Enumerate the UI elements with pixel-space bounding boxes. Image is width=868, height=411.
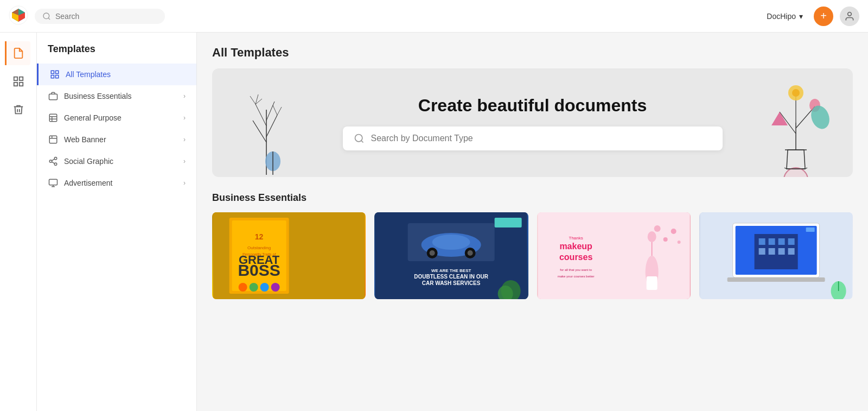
svg-point-1 [43,13,49,19]
hero-banner: Create beautiful documents [212,68,853,177]
template-card[interactable] [699,212,853,299]
web-banner-icon [48,134,59,145]
all-templates-label: All Templates [66,70,111,79]
svg-point-77 [468,250,473,256]
svg-point-21 [49,160,52,163]
social-graphic-icon [48,156,59,167]
create-button[interactable]: + [814,7,833,26]
svg-text:make your courses better: make your courses better [557,275,594,278]
svg-point-85 [654,225,660,232]
chevron-right-icon: › [183,157,186,165]
topbar-right: DocHipo ▾ + [762,7,859,26]
dochipo-label: DocHipo [767,12,796,21]
svg-rect-103 [768,238,775,245]
business-essentials-label: Business Essentials [64,92,132,100]
svg-rect-6 [19,83,22,86]
template-grid: 12 Outstanding Personality Traits of GRE… [212,212,853,299]
svg-point-96 [647,231,656,242]
svg-rect-25 [49,179,58,185]
svg-point-67 [250,283,258,292]
svg-line-2 [48,18,50,20]
svg-point-68 [260,283,269,292]
section-title-business: Business Essentials [212,192,853,204]
svg-line-41 [361,140,363,142]
sidebar-icon-documents[interactable] [5,41,30,65]
user-avatar[interactable] [840,7,859,26]
nav-item-all-templates[interactable]: All Templates [37,64,196,85]
nav-item-web-banner[interactable]: Web Banner › [37,129,196,150]
svg-rect-13 [49,114,57,122]
svg-text:Thanks: Thanks [569,236,583,241]
nav-sidebar: Templates All Templates Business Essenti… [37,33,197,411]
general-purpose-label: General Purpose [64,113,122,122]
search-bar[interactable] [35,9,165,24]
nav-item-business-essentials[interactable]: Business Essentials › [37,85,196,107]
svg-text:WE ARE THE BEST: WE ARE THE BEST [431,268,471,273]
sidebar-icon-trash[interactable] [7,98,30,122]
topbar: DocHipo ▾ + [0,0,868,33]
template-card[interactable]: 12 Outstanding Personality Traits of GRE… [212,212,366,299]
svg-point-20 [54,157,57,160]
svg-marker-48 [771,112,788,125]
svg-rect-17 [49,136,57,143]
svg-rect-12 [49,94,58,100]
web-banner-label: Web Banner [64,135,106,144]
svg-rect-106 [758,248,765,255]
svg-text:makeup: makeup [559,242,592,251]
svg-line-32 [266,102,275,121]
chevron-right-icon: › [183,136,186,143]
svg-text:courses: courses [559,252,592,262]
deco-left [234,68,299,177]
logo[interactable] [9,5,28,27]
svg-rect-104 [778,238,784,245]
svg-rect-102 [758,238,765,245]
all-templates-icon [49,69,60,80]
svg-point-88 [677,241,680,244]
sidebar-icon-files[interactable] [7,69,30,93]
svg-text:DOUBTLESS CLEAN IN OUR: DOUBTLESS CLEAN IN OUR [414,274,489,280]
business-essentials-icon [48,91,59,102]
template-card[interactable]: WE ARE THE BEST DOUBTLESS CLEAN IN OUR C… [374,212,528,299]
hero-search-input[interactable] [371,134,712,143]
svg-rect-8 [51,71,54,73]
nav-sidebar-title: Templates [37,43,196,64]
social-graphic-label: Social Graphic [64,157,113,166]
svg-point-3 [848,12,852,16]
svg-point-73 [432,235,470,250]
svg-text:B0SS: B0SS [238,261,280,279]
svg-line-24 [52,159,54,161]
hero-search-bar[interactable] [343,127,723,150]
svg-marker-51 [787,150,805,169]
template-card[interactable]: Thanks makeup courses for all that you w… [537,212,691,299]
page-title: All Templates [212,46,853,60]
svg-line-33 [250,96,256,104]
svg-line-38 [277,107,282,115]
svg-rect-9 [56,71,59,73]
nav-item-social-graphic[interactable]: Social Graphic › [37,150,196,172]
svg-point-87 [671,229,676,234]
chevron-down-icon: ▾ [799,12,803,21]
svg-rect-107 [768,248,775,255]
svg-rect-5 [19,77,22,80]
svg-rect-11 [51,75,54,78]
main-layout: Templates All Templates Business Essenti… [0,33,868,411]
nav-item-general-purpose[interactable]: General Purpose › [37,107,196,129]
svg-line-39 [273,105,277,115]
svg-line-29 [253,121,266,142]
search-input[interactable] [55,12,157,21]
svg-rect-10 [56,75,59,78]
content-area: All Templates [197,33,868,411]
svg-rect-97 [646,276,657,290]
svg-text:for all that you want to: for all that you want to [560,268,592,271]
svg-point-40 [355,134,362,141]
hero-content: Create beautiful documents [343,96,723,150]
svg-rect-105 [788,238,794,245]
chevron-right-icon: › [183,114,186,122]
svg-point-69 [271,283,280,292]
dochipo-dropdown[interactable]: DocHipo ▾ [762,9,807,24]
hero-search-icon [354,133,365,144]
icon-sidebar [0,33,37,411]
nav-item-advertisement[interactable]: Advertisement › [37,172,196,194]
svg-line-31 [256,104,266,126]
svg-rect-108 [778,248,784,255]
